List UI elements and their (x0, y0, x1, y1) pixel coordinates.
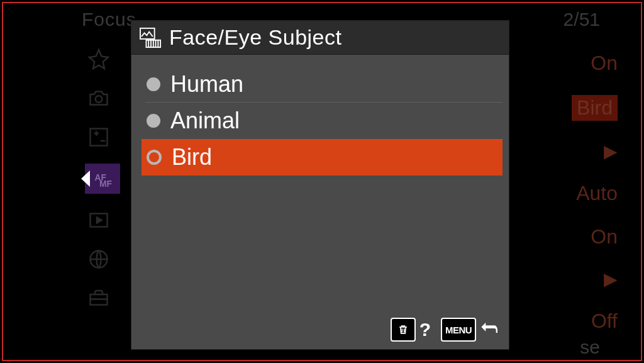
option-label: Bird (172, 144, 212, 170)
option-label: Human (170, 71, 243, 98)
dialog-footer: ? MENU (131, 310, 509, 349)
toolbox-icon (85, 286, 113, 311)
svg-text:MF: MF (99, 179, 112, 189)
bg-value: Auto (576, 182, 618, 205)
option-bird[interactable]: Bird (142, 139, 502, 176)
option-animal[interactable]: Animal (131, 103, 509, 139)
dialog-title-bar: Face/Eye Subject (131, 21, 509, 55)
help-label: ? (419, 319, 431, 340)
bg-value: On (591, 225, 618, 249)
bg-arrow-icon: ▶ (604, 141, 618, 162)
bg-menu-title: Focus (82, 9, 136, 30)
back-button[interactable]: MENU (441, 318, 497, 342)
option-list: Human Animal Bird (131, 55, 509, 310)
bg-arrow-icon: ▶ (604, 269, 618, 289)
globe-icon (85, 247, 113, 272)
help-button[interactable]: ? (391, 318, 431, 342)
bg-value-highlight: Bird (572, 95, 618, 121)
option-label: Animal (170, 108, 240, 134)
trash-icon (391, 318, 416, 342)
radio-icon (147, 114, 160, 128)
radio-selected-icon (147, 150, 162, 165)
svg-point-0 (96, 96, 103, 103)
radio-icon (147, 77, 160, 91)
playback-icon (85, 208, 113, 233)
menu-category-sidebar: AFMF (85, 47, 120, 311)
option-human[interactable]: Human (131, 66, 509, 103)
bg-value: Off (591, 310, 618, 333)
camera-icon (85, 86, 113, 111)
photo-video-icon (139, 27, 163, 48)
svg-rect-1 (91, 129, 108, 146)
bg-close-text: se (580, 337, 600, 358)
star-icon (85, 47, 113, 72)
af-tab-active: AFMF (85, 164, 120, 194)
bg-value: On (591, 52, 618, 75)
menu-icon: MENU (441, 318, 476, 342)
bg-setting-values: On Bird ▶ Auto On ▶ Off (572, 52, 618, 333)
bg-page-counter: 2/51 (564, 9, 600, 30)
face-eye-subject-dialog: Face/Eye Subject Human Animal Bird ? MEN… (131, 21, 509, 349)
exposure-icon (85, 125, 113, 150)
dialog-title: Face/Eye Subject (169, 25, 341, 50)
back-arrow-icon (480, 320, 497, 340)
